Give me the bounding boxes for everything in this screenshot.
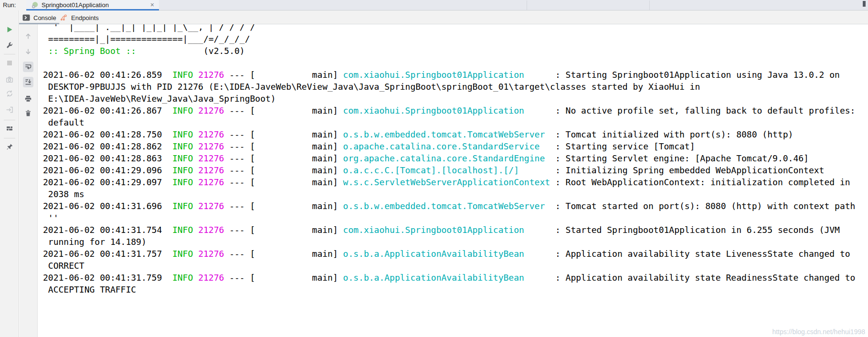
stop-icon [6,59,13,67]
console-line: 2021-06-02 00:41:31.696 INFO 21276 --- [… [43,200,868,212]
up-stacktrace-button[interactable] [23,31,33,42]
exit-button[interactable] [4,105,15,115]
settings-icon [6,42,13,49]
endpoints-icon [60,14,68,21]
exit-icon [6,106,13,114]
tab-endpoints-label: Endpoints [71,14,99,21]
run-icon [6,26,13,33]
clear-console-button[interactable] [23,108,33,118]
console-line: '' [43,212,868,224]
scroll-to-end-button[interactable] [23,77,33,87]
run-tab-title: Springboot01Application [42,1,109,9]
console-line: 2021-06-02 00:41:31.757 INFO 21276 --- [… [43,248,868,260]
header-divider [527,0,527,10]
run-controls-toolbar [0,11,19,337]
toolbar-separator [4,120,15,120]
console-line: ' |____| .__|_| |_|_| |_\__, | / / / / [43,24,868,33]
view-tabs: Console Endpoints [20,11,868,24]
clear-icon [24,109,32,117]
console-line: 2021-06-02 00:41:29.096 INFO 21276 --- [… [43,164,868,176]
console-line: 2021-06-02 00:41:28.863 INFO 21276 --- [… [43,152,868,164]
scroll-end-icon [24,78,32,86]
settings-button[interactable] [4,40,15,51]
soft-wrap-icon [24,63,32,71]
down-icon [24,48,32,55]
run-tool-window: Run: Springboot01Application × [0,0,868,337]
spring-boot-icon [31,1,39,9]
console-line: 2021-06-02 00:41:31.754 INFO 21276 --- [… [43,224,868,236]
up-icon [24,32,32,40]
toolbar-separator [4,138,15,138]
run-tab-springboot01application[interactable]: Springboot01Application × [26,0,159,11]
console-line: running for 14.189) [43,236,868,248]
tab-console[interactable]: Console [22,12,56,23]
soft-wrap-button[interactable] [23,62,33,72]
console-line: default [43,116,868,128]
thread-dump-button[interactable] [4,74,15,85]
layout-icon [6,125,13,132]
console-line: CORRECT [43,260,868,272]
console-tab-icon [22,14,30,21]
run-label: Run: [3,1,16,9]
thread-dump-icon [6,76,13,84]
pin-tab-button[interactable] [4,142,15,152]
console-line: ACCEPTING TRAFFIC [43,284,868,295]
console-line [43,57,868,69]
toolbar-separator [4,54,15,54]
stop-button[interactable] [4,58,15,68]
console-line: 2021-06-02 00:41:29.097 INFO 21276 --- [… [43,176,868,188]
console-output: ' |____| .__|_| |_|_| |_\__, | / / / / =… [43,24,868,295]
console-line: E:\IDEA-JaveWeb\ReView_Java\Java_SpringB… [43,93,868,105]
tab-console-label: Console [33,14,56,21]
corner-artifact [863,1,866,7]
console-line: :: Spring Boot :: (v2.5.0) [43,45,868,57]
console-line: 2021-06-02 00:41:26.867 INFO 21276 --- [… [43,105,868,116]
print-button[interactable] [23,94,33,104]
console-line: 2021-06-02 00:41:31.759 INFO 21276 --- [… [43,272,868,284]
header-divider [649,0,650,10]
run-button[interactable] [4,24,15,35]
console-line: DESKTOP-9PBUJJS with PID 21276 (E:\IDEA-… [43,81,868,93]
rerun-failed-button[interactable] [4,88,15,99]
down-stacktrace-button[interactable] [23,46,33,57]
close-icon[interactable]: × [150,1,154,9]
console-viewport[interactable]: ' |____| .__|_| |_|_| |_\__, | / / / / =… [38,24,868,337]
print-icon [24,95,32,103]
console-line: =========|_|==============|___/=/_/_/_/ [43,33,868,45]
console-line: 2038 ms [43,188,868,200]
console-line: 2021-06-02 00:41:28.750 INFO 21276 --- [… [43,128,868,140]
pin-icon [6,143,13,151]
console-line: 2021-06-02 00:41:28.862 INFO 21276 --- [… [43,140,868,152]
layout-settings-button[interactable] [4,123,15,134]
watermark: https://blog.csdn.net/hehui1998 [772,328,865,336]
tab-endpoints[interactable]: Endpoints [60,12,99,23]
run-header: Run: Springboot01Application × [0,0,868,11]
rerun-icon [6,90,13,97]
console-line: 2021-06-02 00:41:26.859 INFO 21276 --- [… [43,69,868,81]
